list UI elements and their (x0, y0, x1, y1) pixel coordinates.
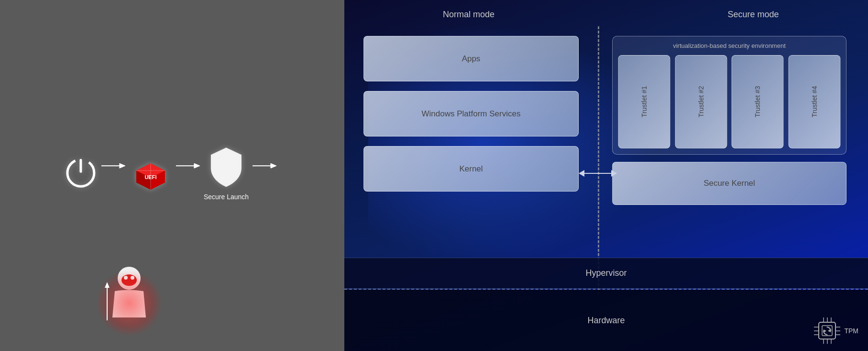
right-panel: Normal mode Secure mode Apps Windows Pla… (344, 0, 868, 351)
secure-mode-label: Secure mode (653, 10, 854, 20)
tpm-label: TPM (844, 327, 858, 335)
arrow-2 (176, 161, 200, 170)
trustlet-3-label: Trustlet #3 (754, 86, 761, 118)
kernel-arrow (579, 166, 617, 181)
hypervisor-bar: Hypervisor (344, 258, 868, 289)
normal-mode-area: Apps Windows Platform Services Kernel (363, 36, 579, 192)
vbs-label: virtualization-based security environmen… (618, 42, 840, 49)
apps-label: Apps (462, 54, 481, 64)
mode-labels: Normal mode Secure mode (354, 10, 858, 20)
vertical-divider (598, 26, 599, 294)
secure-launch-label: Secure Launch (204, 193, 249, 201)
svg-marker-3 (120, 163, 125, 168)
right-content: Normal mode Secure mode Apps Windows Pla… (344, 0, 868, 351)
left-panel: UEFI Secure Launch (0, 0, 344, 351)
shield-icon (207, 145, 245, 188)
flow-diagram: UEFI Secure Launch (64, 145, 280, 201)
tpm-chip-icon (814, 317, 840, 344)
svg-marker-20 (579, 170, 584, 177)
hypervisor-label: Hypervisor (585, 268, 626, 278)
trustlet-4-label: Trustlet #4 (811, 86, 818, 118)
arrow-1 (101, 161, 125, 170)
tpm-area: TPM (814, 317, 858, 344)
arrow-3 (253, 161, 276, 170)
apps-box: Apps (363, 36, 579, 81)
attacker-up-arrow (102, 282, 112, 322)
trustlet-4-box: Trustlet #4 (789, 55, 841, 148)
power-icon (64, 156, 98, 190)
svg-marker-25 (828, 329, 831, 332)
trustlet-3-box: Trustlet #3 (732, 55, 784, 148)
normal-mode-label: Normal mode (378, 10, 560, 20)
trustlet-2-label: Trustlet #2 (697, 86, 705, 118)
wps-box: Windows Platform Services (363, 91, 579, 136)
kernel-box: Kernel (363, 146, 579, 192)
secure-kernel-box: Secure Kernel (612, 162, 846, 205)
shield-icon-group: Secure Launch (204, 145, 249, 201)
svg-marker-13 (271, 163, 276, 168)
svg-marker-26 (824, 329, 826, 333)
secure-mode-area: virtualization-based security environmen… (612, 36, 846, 205)
power-icon-group (64, 156, 98, 190)
uefi-icon-group: UEFI (129, 151, 172, 194)
trustlets-row: Trustlet #1 Trustlet #2 Trustlet #3 Trus… (618, 55, 840, 148)
svg-marker-19 (105, 282, 110, 288)
trustlet-2-box: Trustlet #2 (675, 55, 727, 148)
uefi-cube-icon: UEFI (129, 151, 172, 194)
vbs-container: virtualization-based security environmen… (612, 36, 846, 155)
trustlet-1-label: Trustlet #1 (640, 86, 648, 118)
kernel-label: Kernel (459, 164, 483, 174)
svg-marker-11 (194, 163, 200, 168)
secure-kernel-label: Secure Kernel (703, 179, 755, 188)
trustlet-1-box: Trustlet #1 (618, 55, 670, 148)
svg-rect-23 (819, 322, 835, 339)
attacker-area (105, 265, 153, 322)
hardware-label: Hardware (587, 316, 625, 326)
hardware-bar: Hardware (344, 290, 868, 351)
wps-label: Windows Platform Services (422, 109, 521, 119)
